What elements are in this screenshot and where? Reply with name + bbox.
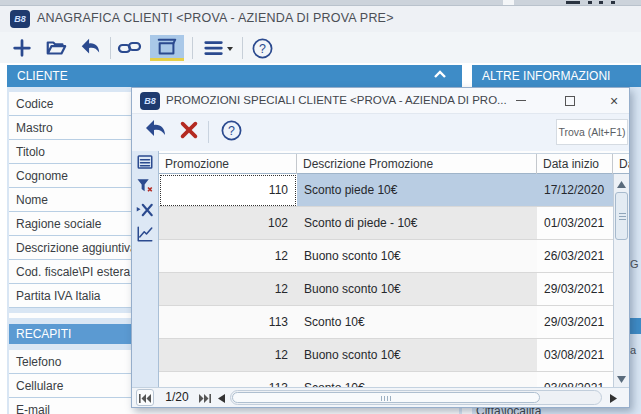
maximize-button[interactable]	[553, 88, 587, 113]
open-folder-icon	[44, 37, 68, 59]
field-label: Cellulare	[16, 379, 63, 393]
arrow-up-icon	[617, 174, 626, 192]
scroll-up-button[interactable]	[614, 175, 629, 190]
last-record-icon	[199, 389, 211, 407]
line-chart-icon	[136, 225, 154, 247]
archive-button[interactable]	[150, 35, 184, 61]
undo-icon	[78, 37, 102, 59]
column-header-data-inizio[interactable]: Data inizio	[537, 154, 613, 174]
field-label: Cognome	[16, 169, 68, 183]
modal-titlebar[interactable]: B8 PROMOZIONI SPECIALI CLIENTE <PROVA - …	[132, 88, 629, 114]
clear-filter-button[interactable]	[134, 201, 156, 223]
new-button[interactable]	[8, 35, 36, 61]
menu-button[interactable]	[200, 35, 236, 61]
table-row[interactable]: 113Sconto 10€29/03/2021	[159, 306, 629, 339]
table-cell[interactable]: Sconto 10€	[297, 306, 537, 339]
table-body: 110Sconto piede 10€17/12/2020102Sconto d…	[159, 174, 629, 387]
promotions-table: Promozione Descrizione Promozione Data i…	[159, 151, 629, 387]
row-menu-button[interactable]	[134, 153, 156, 175]
modal-help-button[interactable]: ?	[216, 118, 246, 146]
column-header-promozione[interactable]: Promozione	[159, 154, 297, 174]
maximize-icon	[565, 96, 575, 106]
help-icon: ?	[251, 37, 274, 60]
help-button[interactable]: ?	[248, 35, 276, 61]
minimize-button[interactable]	[504, 88, 538, 113]
svg-text:?: ?	[259, 41, 266, 55]
table-cell[interactable]: 12	[159, 273, 297, 306]
first-record-button[interactable]	[136, 389, 154, 406]
table-row[interactable]: 12Buono sconto 10€29/03/2021	[159, 273, 629, 306]
modal-record-navigator: 1/20	[132, 387, 629, 407]
last-record-button[interactable]	[196, 389, 214, 406]
table-cell[interactable]: 03/08/2021	[537, 339, 613, 372]
chevron-down-icon	[226, 37, 234, 59]
find-shortcut-button[interactable]: Trova (Alt+F1)	[556, 119, 628, 145]
modal-delete-button[interactable]	[174, 118, 204, 146]
filter-button[interactable]	[134, 177, 156, 199]
field-label: Titolo	[16, 145, 45, 159]
field-label: Cod. fiscale\PI estera	[16, 265, 130, 279]
hscroll-thumb[interactable]	[232, 392, 540, 403]
table-cell[interactable]: 17/12/2020	[537, 174, 613, 207]
field-label: Mastro	[16, 121, 53, 135]
table-header-row: Promozione Descrizione Promozione Data i…	[159, 153, 629, 174]
table-vertical-scrollbar[interactable]	[613, 174, 629, 387]
table-cell[interactable]: 12	[159, 339, 297, 372]
cliente-header-label: CLIENTE	[17, 69, 68, 83]
app-window: B8 ANAGRAFICA CLIENTI <PROVA - AZIENDA D…	[0, 0, 641, 414]
clear-filter-icon	[136, 201, 154, 223]
column-header-descrizione[interactable]: Descrizione Promozione	[297, 154, 537, 174]
app-logo: B8	[10, 10, 30, 28]
table-row[interactable]: 102Sconto di piede - 10€01/03/2021	[159, 207, 629, 240]
scroll-down-button[interactable]	[614, 370, 629, 385]
field-label: E-mail	[16, 403, 50, 414]
edge-fragment: a	[630, 344, 636, 356]
minimize-icon	[516, 100, 526, 101]
table-cell[interactable]: 29/03/2021	[537, 306, 613, 339]
menu-icon	[202, 37, 226, 59]
horizontal-scrollbar[interactable]	[230, 390, 602, 405]
altre-header-label: ALTRE INFORMAZIONI	[482, 69, 610, 83]
table-cell[interactable]: 113	[159, 306, 297, 339]
table-cell[interactable]: 102	[159, 207, 297, 240]
table-row[interactable]: 12Buono sconto 10€03/08/2021	[159, 339, 629, 372]
undo-button[interactable]	[76, 35, 104, 61]
link-icon	[117, 37, 143, 59]
scroll-right-button[interactable]	[606, 389, 620, 406]
cliente-panel-header[interactable]: CLIENTE	[7, 65, 462, 87]
table-cell[interactable]: 01/03/2021	[537, 207, 613, 240]
vscroll-thumb[interactable]	[615, 192, 628, 240]
plus-icon	[11, 37, 33, 59]
table-row[interactable]: 110Sconto piede 10€17/12/2020	[159, 174, 629, 207]
recapiti-header-label: RECAPITI	[16, 327, 71, 341]
table-cell[interactable]: 03/08/2021	[537, 372, 613, 387]
table-cell[interactable]: Buono sconto 10€	[297, 273, 537, 306]
table-cell[interactable]: 113	[159, 372, 297, 387]
delete-icon	[178, 119, 200, 145]
table-cell[interactable]: 26/03/2021	[537, 240, 613, 273]
table-cell[interactable]: Buono sconto 10€	[297, 339, 537, 372]
open-button[interactable]	[42, 35, 70, 61]
scroll-left-button[interactable]	[214, 389, 228, 406]
close-icon: ×	[610, 94, 618, 108]
table-cell[interactable]: 29/03/2021	[537, 273, 613, 306]
column-header-data-fine[interactable]: Da	[613, 154, 629, 174]
table-cell[interactable]: 12	[159, 240, 297, 273]
table-cell[interactable]: 110	[159, 174, 297, 207]
find-shortcut-label: Trova (Alt+F1)	[559, 126, 626, 138]
table-cell[interactable]: Sconto 10€	[297, 372, 537, 387]
table-cell[interactable]: Sconto di piede - 10€	[297, 207, 537, 240]
table-row[interactable]: 12Buono sconto 10€26/03/2021	[159, 240, 629, 273]
table-cell[interactable]: Buono sconto 10€	[297, 240, 537, 273]
undo-icon	[142, 118, 168, 146]
table-row[interactable]: 113Sconto 10€03/08/2021	[159, 372, 629, 387]
chart-button[interactable]	[134, 225, 156, 247]
altre-informazioni-panel-header[interactable]: ALTRE INFORMAZIONI	[472, 65, 641, 87]
collapse-chevron-icon[interactable]	[433, 69, 447, 84]
link-button[interactable]	[116, 35, 144, 61]
close-button[interactable]: ×	[597, 88, 631, 113]
help-icon: ?	[220, 119, 243, 146]
table-cell[interactable]: Sconto piede 10€	[297, 174, 537, 207]
main-titlebar[interactable]: B8 ANAGRAFICA CLIENTI <PROVA - AZIENDA D…	[0, 6, 641, 32]
modal-undo-button[interactable]	[140, 118, 170, 146]
